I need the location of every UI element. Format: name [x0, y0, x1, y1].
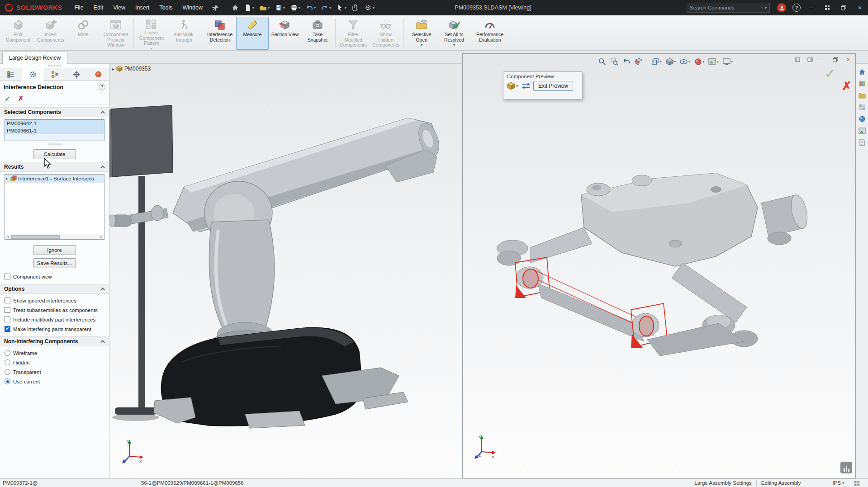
- tab-feature-manager[interactable]: [0, 68, 22, 80]
- dropdown-arrow-icon[interactable]: ▾: [299, 6, 300, 10]
- large-assembly-settings-toggle[interactable]: Large Assembly Settings: [694, 480, 752, 486]
- ribbon-button-measure[interactable]: Measure: [236, 17, 269, 50]
- checkbox-component-view[interactable]: Component view: [0, 272, 109, 281]
- results-list[interactable]: ▸ Interference1 - Surface Intersecti ◂ ▸: [5, 174, 104, 240]
- section-header-results[interactable]: Results: [0, 162, 109, 172]
- selected-components-list[interactable]: PM009642-1 PM009661-1: [5, 119, 104, 141]
- cancel-button[interactable]: ✗: [18, 95, 24, 103]
- scenes-icon[interactable]: [858, 126, 867, 135]
- print-button[interactable]: ▾: [289, 3, 302, 13]
- appearances-icon[interactable]: [858, 114, 867, 123]
- view-orientation-button[interactable]: ▾: [650, 57, 663, 67]
- open-button[interactable]: ▾: [258, 3, 271, 13]
- home-button[interactable]: [230, 3, 241, 13]
- calculate-button[interactable]: Calculate: [33, 149, 76, 159]
- component-preview-viewport[interactable]: ▾ ▾ ▾ ▾ ▾ ▾ ─ × ✓ ✗ Component Preview ▾ …: [462, 53, 856, 478]
- zoom-to-fit-button[interactable]: [597, 57, 608, 67]
- save-results-button[interactable]: Save Results...: [33, 258, 76, 268]
- dropdown-arrow-icon[interactable]: ▾: [268, 6, 270, 10]
- minimize-preview-button[interactable]: ─: [817, 55, 828, 64]
- user-avatar[interactable]: [777, 3, 786, 12]
- panel-resize-grip[interactable]: [0, 64, 109, 68]
- performance-widget-icon[interactable]: [840, 462, 852, 473]
- close-preview-window-button[interactable]: ×: [843, 55, 854, 64]
- window-layout-button[interactable]: [819, 0, 835, 15]
- design-library-icon[interactable]: [858, 79, 867, 88]
- file-explorer-icon[interactable]: [858, 91, 867, 99]
- dropdown-arrow-icon[interactable]: ▾: [314, 6, 316, 10]
- scroll-right-icon[interactable]: ▸: [99, 235, 104, 239]
- menu-view[interactable]: View: [108, 0, 130, 15]
- dropdown-arrow-icon[interactable]: ▾: [717, 60, 719, 64]
- exit-preview-button[interactable]: Exit Preview: [533, 81, 573, 91]
- dropdown-arrow-icon[interactable]: ▾: [373, 6, 375, 10]
- dock-right-button[interactable]: [805, 55, 816, 64]
- search-dropdown-arrow-icon[interactable]: ▾: [765, 6, 767, 10]
- tab-dimxpert-manager[interactable]: [66, 68, 87, 80]
- menu-insert[interactable]: Insert: [130, 0, 154, 15]
- ribbon-button-set-all-to-resolved[interactable]: Set All to Resolved ▾: [438, 17, 470, 50]
- synchronize-views-button[interactable]: [522, 82, 531, 90]
- collapse-chevron-icon[interactable]: [100, 340, 105, 344]
- radio-wireframe[interactable]: Wireframe: [0, 348, 109, 358]
- collapse-chevron-icon[interactable]: [100, 110, 105, 115]
- horizontal-scrollbar[interactable]: ◂ ▸: [5, 234, 104, 239]
- dropdown-arrow-icon[interactable]: ▾: [674, 60, 676, 64]
- menu-edit[interactable]: Edit: [89, 0, 109, 15]
- display-style-button[interactable]: ▾: [664, 57, 678, 67]
- help-icon[interactable]: ?: [792, 4, 801, 12]
- minimize-button[interactable]: ─: [803, 0, 819, 15]
- restore-preview-button[interactable]: [830, 55, 841, 64]
- radio-hidden[interactable]: Hidden: [0, 358, 109, 367]
- section-resize-grip[interactable]: [0, 142, 109, 146]
- select-button[interactable]: ▾: [335, 3, 348, 13]
- checkbox-make-interfering-transparent[interactable]: Make interfering parts transparent: [0, 324, 109, 334]
- dropdown-arrow-icon[interactable]: ▾: [453, 43, 455, 47]
- dropdown-arrow-icon[interactable]: ▾: [345, 6, 346, 10]
- units-selector[interactable]: IPS ▾: [832, 480, 844, 486]
- dropdown-arrow-icon[interactable]: ▾: [516, 84, 518, 88]
- save-button[interactable]: ▾: [273, 3, 287, 13]
- section-header-selected-components[interactable]: Selected Components: [0, 107, 109, 117]
- scrollbar-thumb[interactable]: [11, 235, 60, 239]
- view-palette-icon[interactable]: [858, 103, 867, 111]
- checkbox-include-multibody[interactable]: Include multibody part interferences: [0, 315, 109, 324]
- collapse-chevron-icon[interactable]: [100, 287, 105, 292]
- view-settings-button[interactable]: ▾: [721, 57, 735, 67]
- ribbon-button-performance-evaluation[interactable]: Performance Evaluation: [474, 17, 506, 50]
- tab-large-design-review[interactable]: Large Design Review: [2, 52, 67, 64]
- menu-file[interactable]: File: [69, 0, 88, 15]
- search-icon[interactable]: [761, 5, 764, 11]
- attachments-button[interactable]: [350, 3, 361, 13]
- solidworks-resources-icon[interactable]: [858, 67, 867, 76]
- assembly-name[interactable]: PM009353: [124, 66, 151, 72]
- ok-button[interactable]: ✓: [5, 95, 10, 103]
- dropdown-arrow-icon[interactable]: ▾: [703, 60, 705, 64]
- dropdown-arrow-icon[interactable]: ▾: [731, 60, 733, 64]
- radio-transparent[interactable]: Transparent: [0, 367, 109, 377]
- radio-use-current[interactable]: Use current: [0, 377, 109, 386]
- undo-button[interactable]: ▾: [304, 3, 318, 13]
- ignore-button[interactable]: Ignore: [33, 245, 76, 255]
- menu-window[interactable]: Window: [177, 0, 207, 15]
- tab-configuration-manager[interactable]: [44, 68, 66, 80]
- dropdown-arrow-icon[interactable]: ▾: [283, 6, 285, 10]
- scroll-left-icon[interactable]: ◂: [5, 235, 10, 239]
- apply-scene-button[interactable]: ▾: [707, 57, 720, 67]
- expand-arrow-icon[interactable]: ▸: [6, 176, 10, 181]
- section-header-non-interfering[interactable]: Non-interfering Components: [0, 336, 109, 346]
- cancel-preview-button[interactable]: ✗: [842, 79, 852, 93]
- result-item[interactable]: ▸ Interference1 - Surface Intersecti: [5, 175, 104, 183]
- search-input[interactable]: [690, 5, 759, 10]
- checkbox-show-ignored-interferences[interactable]: Show ignored interferences: [0, 296, 109, 305]
- tab-display-manager[interactable]: [87, 68, 109, 80]
- redo-button[interactable]: ▾: [319, 3, 333, 13]
- hide-show-items-button[interactable]: ▾: [678, 57, 692, 67]
- ribbon-button-section-view[interactable]: Section View: [269, 17, 301, 50]
- menu-tools[interactable]: Tools: [154, 0, 177, 15]
- dropdown-arrow-icon[interactable]: ▾: [842, 481, 844, 485]
- dropdown-arrow-icon[interactable]: ▾: [421, 43, 422, 47]
- section-header-options[interactable]: Options: [0, 284, 109, 294]
- confirm-ok-icon[interactable]: ✓: [825, 66, 835, 81]
- restore-button[interactable]: [835, 0, 852, 15]
